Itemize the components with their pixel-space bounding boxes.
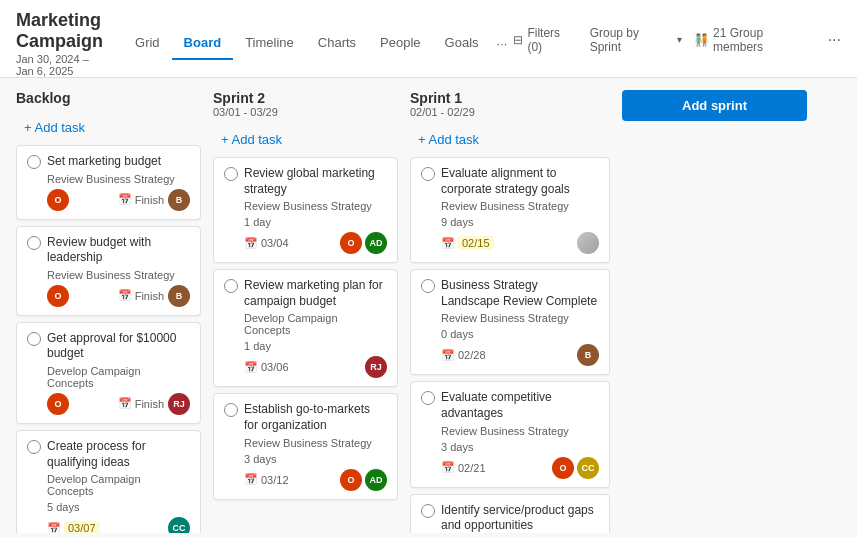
card-evaluate-alignment[interactable]: Evaluate alignment to corporate strategy…: [410, 157, 610, 263]
column-sprint2-dates: 03/01 - 03/29: [213, 106, 398, 118]
avatar-secondary: AD: [365, 469, 387, 491]
members-button[interactable]: 🧑‍🤝‍🧑 21 Group members: [694, 26, 816, 54]
card-days: 5 days: [27, 501, 190, 513]
calendar-icon: 📅: [441, 237, 455, 250]
add-sprint-button[interactable]: Add sprint: [622, 90, 807, 121]
card-status-circle: [421, 279, 435, 293]
tab-timeline[interactable]: Timeline: [233, 27, 306, 60]
card-subtitle: Develop Campaign Concepts: [224, 312, 387, 336]
avatar: O: [340, 232, 362, 254]
column-sprint1-dates: 02/01 - 02/29: [410, 106, 610, 118]
nav-more-icon[interactable]: ···: [491, 28, 514, 59]
date-value: 02/15: [458, 236, 494, 250]
card-status-circle: [421, 504, 435, 518]
avatar-secondary: B: [168, 285, 190, 307]
column-backlog-header: Backlog: [16, 90, 201, 106]
card-establish-go-to-markets[interactable]: Establish go-to-markets for organization…: [213, 393, 398, 499]
card-status-circle: [27, 236, 41, 250]
column-backlog: Backlog + Add task Set marketing budget …: [16, 90, 201, 533]
card-date: 📅 02/28: [441, 349, 486, 362]
add-task-sprint1-button[interactable]: + Add task: [410, 126, 610, 153]
card-review-budget-leadership[interactable]: Review budget with leadership Review Bus…: [16, 226, 201, 316]
avatar: O: [47, 285, 69, 307]
card-title: Set marketing budget: [47, 154, 161, 170]
card-review-marketing-plan[interactable]: Review marketing plan for campaign budge…: [213, 269, 398, 387]
avatar: O: [552, 457, 574, 479]
card-subtitle: Review Business Strategy: [224, 200, 387, 212]
card-title: Evaluate alignment to corporate strategy…: [441, 166, 599, 197]
card-review-global-strategy[interactable]: Review global marketing strategy Review …: [213, 157, 398, 263]
card-days: 1 day: [224, 216, 387, 228]
card-date: 📅 03/04: [244, 237, 289, 250]
card-subtitle: Review Business Strategy: [27, 173, 190, 185]
add-task-backlog-button[interactable]: + Add task: [16, 114, 201, 141]
card-create-process-qualifying[interactable]: Create process for qualifying ideas Deve…: [16, 430, 201, 533]
date-value: Finish: [135, 398, 164, 410]
card-date: 📅 03/06: [244, 361, 289, 374]
group-by-button[interactable]: Group by Sprint ▾: [590, 26, 682, 54]
column-sprint2-title: Sprint 2: [213, 90, 398, 106]
card-subtitle: Develop Campaign Concepts: [27, 473, 190, 497]
card-date: 📅 Finish: [118, 397, 164, 410]
card-status-circle: [224, 167, 238, 181]
date-value: Finish: [135, 290, 164, 302]
card-days: 9 days: [421, 216, 599, 228]
tab-board[interactable]: Board: [172, 27, 234, 60]
card-date: 📅 02/15: [441, 236, 494, 250]
card-status-circle: [421, 391, 435, 405]
card-identify-service-gaps[interactable]: Identify service/product gaps and opport…: [410, 494, 610, 533]
card-date: 📅 Finish: [118, 289, 164, 302]
card-title: Business Strategy Landscape Review Compl…: [441, 278, 599, 309]
nav-tabs: Grid Board Timeline Charts People Goals …: [123, 27, 513, 60]
card-set-marketing-budget[interactable]: Set marketing budget Review Business Str…: [16, 145, 201, 220]
add-task-sprint2-button[interactable]: + Add task: [213, 126, 398, 153]
app-header: Marketing Campaign Jan 30, 2024 – Jan 6,…: [0, 0, 857, 78]
avatar-secondary: AD: [365, 232, 387, 254]
avatar-secondary: B: [168, 189, 190, 211]
column-backlog-title: Backlog: [16, 90, 201, 106]
card-subtitle: Review Business Strategy: [421, 312, 599, 324]
card-evaluate-competitive[interactable]: Evaluate competitive advantages Review B…: [410, 381, 610, 487]
calendar-icon: 📅: [244, 361, 258, 374]
date-value: 03/12: [261, 474, 289, 486]
card-business-strategy-landscape[interactable]: Business Strategy Landscape Review Compl…: [410, 269, 610, 375]
card-status-circle: [27, 155, 41, 169]
date-value: 03/04: [261, 237, 289, 249]
calendar-icon: 📅: [441, 461, 455, 474]
tab-people[interactable]: People: [368, 27, 432, 60]
tab-goals[interactable]: Goals: [433, 27, 491, 60]
header-more-button[interactable]: ···: [828, 31, 841, 49]
card-status-circle: [224, 279, 238, 293]
card-status-circle: [421, 167, 435, 181]
card-date: 📅 02/21: [441, 461, 486, 474]
column-sprint1-title: Sprint 1: [410, 90, 610, 106]
card-days: 1 day: [224, 340, 387, 352]
avatar: O: [47, 189, 69, 211]
tab-grid[interactable]: Grid: [123, 27, 172, 60]
card-title: Review marketing plan for campaign budge…: [244, 278, 387, 309]
card-date: 📅 Finish: [118, 193, 164, 206]
card-days: 0 days: [421, 328, 599, 340]
calendar-icon: 📅: [244, 237, 258, 250]
avatar: B: [577, 344, 599, 366]
calendar-icon: 📅: [441, 349, 455, 362]
column-backlog-content: Set marketing budget Review Business Str…: [16, 145, 201, 533]
card-get-approval[interactable]: Get approval for $10000 budget Develop C…: [16, 322, 201, 424]
avatar-secondary: CC: [577, 457, 599, 479]
column-sprint1: Sprint 1 02/01 - 02/29 + Add task Evalua…: [410, 90, 610, 533]
calendar-icon: 📅: [47, 522, 61, 533]
card-subtitle: Review Business Strategy: [224, 437, 387, 449]
date-value: Finish: [135, 194, 164, 206]
avatar: CC: [168, 517, 190, 533]
header-right: ⊟ Filters (0) Group by Sprint ▾ 🧑‍🤝‍🧑 21…: [513, 26, 841, 62]
avatar: [577, 232, 599, 254]
filters-label: Filters (0): [527, 26, 577, 54]
project-dates: Jan 30, 2024 – Jan 6, 2025: [16, 53, 103, 77]
tab-charts[interactable]: Charts: [306, 27, 368, 60]
card-title: Identify service/product gaps and opport…: [441, 503, 599, 533]
card-subtitle: Review Business Strategy: [421, 425, 599, 437]
card-subtitle: Review Business Strategy: [27, 269, 190, 281]
members-icon: 🧑‍🤝‍🧑: [694, 33, 709, 47]
column-sprint2: Sprint 2 03/01 - 03/29 + Add task Review…: [213, 90, 398, 533]
filters-button[interactable]: ⊟ Filters (0): [513, 26, 577, 54]
